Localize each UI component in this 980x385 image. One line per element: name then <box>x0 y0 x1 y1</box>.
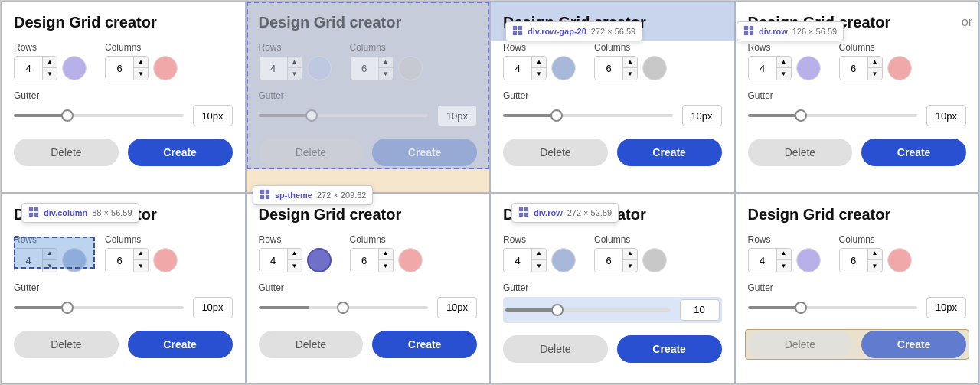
cell-3-tooltip-dims: 272 × 56.59 <box>591 27 635 36</box>
cell-8-delete-button[interactable]: Delete <box>748 331 853 358</box>
cell-1-rows-down[interactable]: ▼ <box>43 68 57 80</box>
cell-4-cols-input[interactable]: 6 ▲ ▼ <box>839 56 883 80</box>
cell-6-rows-input[interactable]: 4 ▲ ▼ <box>259 248 302 272</box>
cell-1: Design Grid creator Rows 4 ▲ ▼ <box>1 1 246 193</box>
cell-3-col-swatch[interactable] <box>642 56 667 80</box>
cell-6-create-button[interactable]: Create <box>372 331 477 358</box>
cell-6-row-swatch[interactable] <box>307 248 332 272</box>
cell-6-rows-down[interactable]: ▼ <box>288 260 302 272</box>
cell-8-cols-down[interactable]: ▼ <box>868 260 882 272</box>
cell-4-create-button[interactable]: Create <box>861 139 966 166</box>
svg-rect-9 <box>266 190 270 194</box>
cell-1-row-swatch[interactable] <box>62 56 87 80</box>
cell-1-rows-input[interactable]: 4 ▲ ▼ <box>14 56 57 80</box>
cell-8-cols-value: 6 <box>840 249 867 272</box>
cell-8-create-button[interactable]: Create <box>861 331 966 358</box>
cell-1-cols-up[interactable]: ▲ <box>134 56 148 68</box>
cell-7-col-swatch[interactable] <box>642 248 667 272</box>
cell-4-tooltip-icon <box>743 25 754 38</box>
cell-7-cols-input[interactable]: 6 ▲ ▼ <box>594 248 638 272</box>
cell-5-delete-button[interactable]: Delete <box>14 331 119 358</box>
cell-3-row-swatch[interactable] <box>551 56 576 80</box>
cell-3-cols-up[interactable]: ▲ <box>623 56 637 68</box>
cell-4-cols-up[interactable]: ▲ <box>868 56 882 68</box>
cell-7-rows-up[interactable]: ▲ <box>532 248 546 260</box>
cell-1-create-button[interactable]: Create <box>128 139 233 166</box>
cell-6-cols-input[interactable]: 6 ▲ ▼ <box>350 248 394 272</box>
cell-1-cols-down[interactable]: ▼ <box>134 68 148 80</box>
cell-5-create-button[interactable]: Create <box>128 331 233 358</box>
cell-8-col-swatch[interactable] <box>887 248 912 272</box>
cell-2-delete-button[interactable]: Delete <box>259 139 364 166</box>
cell-2-rows-down[interactable]: ▼ <box>288 68 302 80</box>
cell-7-cols-down[interactable]: ▼ <box>623 260 637 272</box>
cell-2-rows-up[interactable]: ▲ <box>288 56 302 68</box>
cell-3-delete-button[interactable]: Delete <box>503 139 608 166</box>
cell-2-col-swatch[interactable] <box>398 56 423 80</box>
cell-3-rows-down[interactable]: ▼ <box>532 68 546 80</box>
svg-rect-10 <box>260 195 264 199</box>
cell-5-col-swatch[interactable] <box>153 248 178 272</box>
cell-4-gutter-slider[interactable] <box>748 114 918 117</box>
cell-5-rows-up[interactable]: ▲ <box>43 248 57 260</box>
cell-4-rows-input[interactable]: 4 ▲ ▼ <box>748 56 792 80</box>
cell-4-row-swatch[interactable] <box>796 56 821 80</box>
cell-3-rows-up[interactable]: ▲ <box>532 56 546 68</box>
cell-4-cols-down[interactable]: ▼ <box>868 68 882 80</box>
cell-7-delete-button[interactable]: Delete <box>503 335 608 363</box>
cell-1-rows-up[interactable]: ▲ <box>43 56 57 68</box>
cell-4-delete-button[interactable]: Delete <box>748 139 853 166</box>
cell-2-cols-down[interactable]: ▼ <box>379 68 393 80</box>
cell-7-rows-input[interactable]: 4 ▲ ▼ <box>503 248 547 272</box>
cell-5-rows-input[interactable]: 4 ▲ ▼ <box>14 248 57 272</box>
cell-4-rows-up[interactable]: ▲ <box>777 56 791 68</box>
cell-3-cols-input[interactable]: 6 ▲ ▼ <box>594 56 638 80</box>
cell-3-create-button[interactable]: Create <box>617 139 722 166</box>
cell-2-gutter-label: Gutter <box>259 90 284 101</box>
cell-6-rows-up[interactable]: ▲ <box>288 248 302 260</box>
cell-7-create-button[interactable]: Create <box>617 335 722 363</box>
cell-8-rows-input[interactable]: 4 ▲ ▼ <box>748 248 792 272</box>
cell-8-gutter-slider[interactable] <box>748 306 918 309</box>
cell-1-gutter-slider[interactable] <box>14 114 184 117</box>
cell-4-rows-down[interactable]: ▼ <box>777 68 791 80</box>
cell-6-col-swatch[interactable] <box>398 248 423 272</box>
cell-3-gutter-value: 10px <box>682 105 722 126</box>
cell-7-rows-down[interactable]: ▼ <box>532 260 546 272</box>
svg-rect-17 <box>750 26 753 30</box>
cell-7-gutter-slider[interactable] <box>505 308 671 312</box>
cell-6-delete-button[interactable]: Delete <box>259 331 364 358</box>
cell-8-rows-up[interactable]: ▲ <box>777 248 791 260</box>
cell-4-col-swatch[interactable] <box>887 56 912 80</box>
cell-5-cols-input[interactable]: 6 ▲ ▼ <box>105 248 149 272</box>
cell-6-gutter-slider[interactable] <box>259 306 429 309</box>
cell-8-cols-input[interactable]: 6 ▲ ▼ <box>839 248 883 272</box>
cell-1-cols-input[interactable]: 6 ▲ ▼ <box>105 56 149 80</box>
cell-1-delete-button[interactable]: Delete <box>14 139 119 166</box>
cell-2-rows-input[interactable]: 4 ▲ ▼ <box>259 56 302 80</box>
cell-2-cols-up[interactable]: ▲ <box>379 56 393 68</box>
cell-1-col-swatch[interactable] <box>153 56 178 80</box>
cell-6-rows-label: Rows <box>259 234 332 245</box>
cell-2-gutter-slider[interactable] <box>259 114 429 117</box>
cell-5-gutter-slider[interactable] <box>14 306 184 309</box>
cell-5-cols-down[interactable]: ▼ <box>134 260 148 272</box>
cell-3-gutter-slider[interactable] <box>503 114 673 117</box>
cell-6-cols-up[interactable]: ▲ <box>379 248 393 260</box>
cell-5-tooltip: div.column 88 × 56.59 <box>21 203 139 223</box>
cell-2-row-swatch[interactable] <box>307 56 332 80</box>
cell-2-cols-input[interactable]: 6 ▲ ▼ <box>350 56 394 80</box>
cell-8-row-swatch[interactable] <box>796 248 821 272</box>
cell-8-cols-up[interactable]: ▲ <box>868 248 882 260</box>
cell-7-cols-up[interactable]: ▲ <box>623 248 637 260</box>
cell-5-rows-down[interactable]: ▼ <box>43 260 57 272</box>
cell-8-rows-down[interactable]: ▼ <box>777 260 791 272</box>
cell-5-row-swatch[interactable] <box>62 248 87 272</box>
cell-2-create-button[interactable]: Create <box>372 139 477 166</box>
cell-3-cols-down[interactable]: ▼ <box>623 68 637 80</box>
cell-5-cols-up[interactable]: ▲ <box>134 248 148 260</box>
cell-3-rows-input[interactable]: 4 ▲ ▼ <box>503 56 547 80</box>
cell-7-row-swatch[interactable] <box>551 248 576 272</box>
cell-6-gutter-label: Gutter <box>259 282 284 293</box>
cell-6-cols-down[interactable]: ▼ <box>379 260 393 272</box>
